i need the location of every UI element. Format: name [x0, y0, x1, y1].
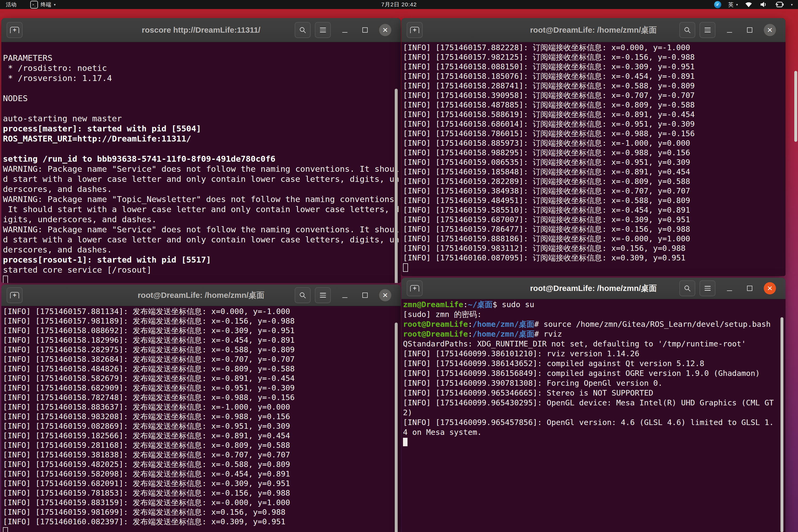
- minimize-icon: [342, 32, 347, 33]
- terminal-cursor: [3, 527, 8, 532]
- titlebar[interactable]: + roscore http://DreamLife:11311/ ×: [1, 18, 401, 42]
- terminal-cursor: [3, 276, 8, 283]
- close-button[interactable]: ×: [379, 289, 391, 301]
- menu-button[interactable]: [315, 22, 331, 38]
- terminal-body[interactable]: [INFO] [1751460157.882228]: 订阅端接收坐标信息: x…: [401, 42, 785, 276]
- maximize-button[interactable]: [744, 24, 756, 36]
- titlebar[interactable]: + root@DreamLife: /home/zmn/桌面 ×: [401, 18, 785, 42]
- minimize-button[interactable]: [339, 24, 351, 36]
- search-icon: [684, 285, 691, 292]
- terminal-window-subscriber: + root@DreamLife: /home/zmn/桌面 × [INFO] …: [401, 18, 785, 276]
- close-button[interactable]: ×: [379, 24, 391, 36]
- clock[interactable]: 7月2日 20:42: [381, 1, 417, 8]
- search-button[interactable]: [295, 22, 310, 38]
- focused-app-name: 终端: [41, 1, 51, 8]
- app-indicator-icon[interactable]: ✓: [714, 1, 721, 8]
- terminal-window-publisher: + root@DreamLife: /home/zmn/桌面 × [INFO] …: [1, 285, 401, 532]
- search-button[interactable]: [679, 22, 695, 38]
- titlebar[interactable]: + root@DreamLife: /home/zmn/桌面 ×: [401, 278, 785, 299]
- maximize-icon: [747, 286, 752, 291]
- maximize-button[interactable]: [359, 24, 371, 36]
- minimize-button[interactable]: [723, 282, 736, 294]
- hamburger-icon: [705, 27, 711, 32]
- input-method-indicator[interactable]: 英 ▾: [728, 1, 738, 8]
- battery-charging-icon[interactable]: [774, 1, 784, 8]
- maximize-button[interactable]: [744, 282, 756, 294]
- new-tab-icon: +: [10, 292, 19, 298]
- terminal-output: PARAMETERS * /rosdistro: noetic * /rosve…: [1, 42, 401, 283]
- terminal-output: zmn@DreamLife:~/桌面$ sudo su[sudo] zmn 的密…: [401, 299, 785, 447]
- search-icon: [299, 292, 306, 299]
- wifi-icon[interactable]: [745, 1, 753, 8]
- menu-button[interactable]: [700, 280, 716, 296]
- minimize-icon: [727, 290, 732, 291]
- search-button[interactable]: [679, 280, 695, 296]
- terminal-app-icon: >_: [30, 1, 38, 8]
- desktop: 活动 >_ 终端 ▾ 7月2日 20:42 ✓ 英 ▾ ▾: [0, 0, 798, 532]
- terminal-output: [INFO] [1751460157.882228]: 订阅端接收坐标信息: x…: [401, 42, 785, 272]
- terminal-cursor: [403, 438, 407, 446]
- close-button[interactable]: ×: [764, 24, 776, 36]
- search-button[interactable]: [295, 287, 310, 303]
- chevron-down-icon: ▾: [54, 3, 56, 7]
- terminal-body[interactable]: PARAMETERS * /rosdistro: noetic * /rosve…: [1, 42, 401, 283]
- new-tab-button[interactable]: +: [407, 22, 423, 38]
- new-tab-icon: +: [410, 27, 419, 33]
- activities-button[interactable]: 活动: [6, 1, 17, 8]
- minimize-icon: [727, 32, 732, 33]
- search-icon: [299, 26, 306, 34]
- menu-button[interactable]: [700, 22, 716, 38]
- menu-button[interactable]: [315, 287, 331, 303]
- new-tab-button[interactable]: +: [7, 287, 23, 303]
- maximize-icon: [747, 27, 752, 33]
- search-icon: [684, 26, 691, 34]
- close-button[interactable]: ×: [764, 282, 776, 294]
- minimize-button[interactable]: [723, 24, 736, 36]
- titlebar[interactable]: + root@DreamLife: /home/zmn/桌面 ×: [1, 285, 401, 306]
- top-bar: 活动 >_ 终端 ▾ 7月2日 20:42 ✓ 英 ▾ ▾: [0, 0, 798, 9]
- system-menu-chevron-icon[interactable]: ▾: [791, 3, 793, 7]
- scrollbar[interactable]: [395, 323, 398, 532]
- new-tab-icon: +: [410, 285, 419, 291]
- minimize-icon: [342, 297, 347, 298]
- new-tab-button[interactable]: +: [7, 22, 23, 38]
- scrollbar[interactable]: [395, 89, 398, 283]
- overlay-scrollbar[interactable]: [794, 71, 797, 142]
- maximize-icon: [362, 27, 368, 33]
- maximize-icon: [362, 292, 368, 298]
- hamburger-icon: [705, 286, 711, 291]
- terminal-body[interactable]: [INFO] [1751460157.881134]: 发布端发送坐标信息: x…: [1, 306, 401, 532]
- terminal-cursor: [403, 263, 408, 272]
- chevron-down-icon: ▾: [736, 3, 738, 7]
- terminal-output: [INFO] [1751460157.881134]: 发布端发送坐标信息: x…: [1, 306, 401, 532]
- hamburger-icon: [320, 293, 326, 298]
- hamburger-icon: [320, 27, 326, 32]
- new-tab-button[interactable]: +: [407, 280, 423, 296]
- minimize-button[interactable]: [339, 289, 351, 301]
- terminal-body[interactable]: zmn@DreamLife:~/桌面$ sudo su[sudo] zmn 的密…: [401, 299, 785, 532]
- new-tab-icon: +: [10, 27, 19, 33]
- terminal-window-rviz: + root@DreamLife: /home/zmn/桌面 × zmn@Dre…: [401, 278, 785, 532]
- maximize-button[interactable]: [359, 289, 371, 301]
- terminal-window-roscore: + roscore http://DreamLife:11311/ × PARA…: [1, 18, 401, 283]
- scrollbar[interactable]: [780, 317, 783, 532]
- volume-icon[interactable]: [760, 1, 767, 8]
- focused-app-menu[interactable]: >_ 终端 ▾: [30, 1, 56, 8]
